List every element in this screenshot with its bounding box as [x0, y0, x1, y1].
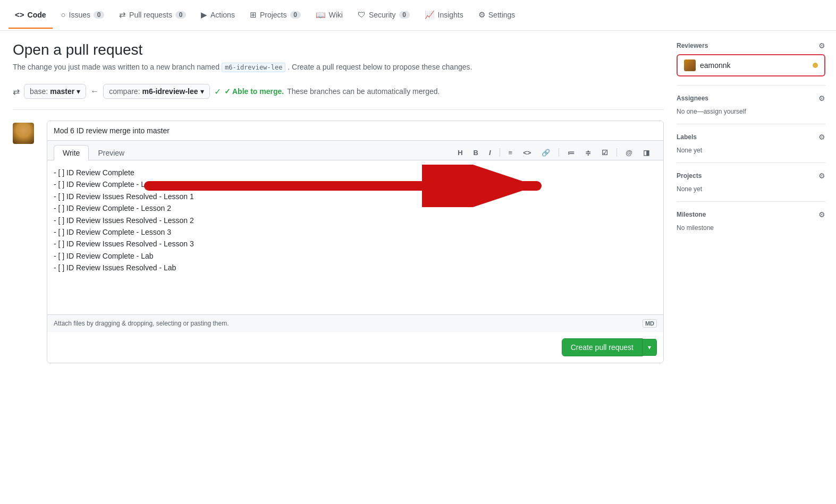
pr-editor: Write Preview H B I ≡ <> 🔗 ≔ ≑ — [47, 121, 664, 363]
labels-gear-button[interactable]: ⚙ — [818, 133, 825, 141]
pull-requests-icon: ⇄ — [119, 10, 126, 20]
assignees-value[interactable]: No one—assign yourself — [677, 108, 746, 115]
pr-badge: 0 — [175, 11, 186, 19]
nav-wiki-label: Wiki — [329, 11, 343, 19]
assignees-gear-button[interactable]: ⚙ — [818, 94, 825, 102]
branch-name-code: m6-idreview-lee — [222, 63, 285, 72]
reviewers-section: Reviewers ⚙ eamonnk — [677, 41, 825, 85]
labels-title: Labels — [677, 133, 697, 141]
page-title: Open a pull request — [13, 41, 664, 58]
create-pr-main-button[interactable]: Create pull request — [562, 338, 643, 356]
code-icon: <> — [15, 10, 24, 19]
italic-button[interactable]: I — [486, 147, 494, 159]
labels-value: None yet — [677, 147, 702, 154]
avatar-image — [13, 123, 34, 144]
editor-footer: Attach files by dragging & dropping, sel… — [47, 314, 663, 332]
sidebar: Reviewers ⚙ eamonnk Assignees ⚙ No on — [677, 41, 825, 240]
ordered-list-button[interactable]: ≑ — [582, 147, 594, 159]
projects-section: Projects ⚙ None yet — [677, 163, 825, 201]
link-button[interactable]: 🔗 — [538, 147, 553, 159]
mention-button[interactable]: @ — [622, 147, 636, 159]
nav-issues-label: Issues — [69, 11, 90, 19]
nav-actions[interactable]: ▶ Actions — [195, 2, 241, 29]
compare-bar: ⇄ base: master ▾ ← compare: m6-idreview-… — [13, 84, 664, 110]
projects-value: None yet — [677, 185, 702, 193]
projects-icon: ⊞ — [250, 10, 257, 20]
milestone-gear-button[interactable]: ⚙ — [818, 210, 825, 219]
nav-pull-requests[interactable]: ⇄ Pull requests 0 — [113, 2, 192, 29]
task-list-button[interactable]: ☑ — [598, 147, 611, 159]
nav-issues[interactable]: ○ Issues 0 — [55, 2, 111, 29]
nav-pr-label: Pull requests — [129, 11, 172, 19]
top-nav: <> Code ○ Issues 0 ⇄ Pull requests 0 ▶ A… — [0, 0, 836, 31]
preview-tab[interactable]: Preview — [89, 145, 133, 160]
projects-title: Projects — [677, 172, 702, 180]
nav-security[interactable]: 🛡 Security 0 — [351, 2, 416, 29]
reviewer-name: eamonnk — [700, 61, 731, 70]
milestone-value: No milestone — [677, 224, 714, 232]
settings-icon: ⚙ — [478, 10, 485, 20]
issues-icon: ○ — [61, 10, 66, 19]
projects-header: Projects ⚙ — [677, 172, 825, 180]
projects-badge: 0 — [290, 11, 301, 19]
assignees-section: Assignees ⚙ No one—assign yourself — [677, 85, 825, 124]
reviewer-avatar — [684, 59, 696, 71]
reviewers-title: Reviewers — [677, 42, 708, 49]
pr-title-input[interactable] — [47, 121, 663, 141]
milestone-header: Milestone ⚙ — [677, 210, 825, 219]
submit-area: Create pull request ▾ — [47, 332, 663, 363]
merge-status-text: ✓ Able to merge. — [224, 87, 284, 96]
assignees-header: Assignees ⚙ — [677, 94, 825, 102]
create-pr-dropdown-button[interactable]: ▾ — [643, 339, 657, 356]
base-dropdown-icon: ▾ — [77, 87, 80, 96]
bold-button[interactable]: B — [470, 147, 482, 159]
separator-3 — [617, 148, 617, 157]
merge-desc: These branches can be automatically merg… — [287, 87, 440, 96]
milestone-section: Milestone ⚙ No milestone — [677, 201, 825, 240]
compare-label: compare: — [109, 87, 140, 96]
base-branch-select[interactable]: base: master ▾ — [24, 84, 86, 99]
compare-branch-select[interactable]: compare: m6-idreview-lee ▾ — [103, 84, 209, 99]
nav-actions-label: Actions — [210, 11, 235, 19]
nav-code-label: Code — [28, 11, 46, 19]
nav-insights[interactable]: 📈 Insights — [418, 2, 470, 29]
editor-body[interactable]: - [ ] ID Review Complete - [ ] ID Review… — [47, 160, 663, 314]
issues-badge: 0 — [94, 11, 104, 19]
base-label: base: — [30, 87, 48, 96]
heading-button[interactable]: H — [454, 147, 466, 159]
merge-status: ✓ ✓ Able to merge. These branches can be… — [214, 87, 440, 97]
assignees-title: Assignees — [677, 95, 708, 102]
nav-settings[interactable]: ⚙ Settings — [472, 2, 522, 29]
nav-wiki[interactable]: 📖 Wiki — [309, 2, 349, 29]
write-tab[interactable]: Write — [54, 145, 89, 160]
nav-code[interactable]: <> Code — [9, 2, 53, 29]
reviewers-header: Reviewers ⚙ — [677, 41, 825, 50]
quote-button[interactable]: ≡ — [505, 147, 516, 159]
separator-2 — [559, 148, 559, 157]
reviewer-status-dot — [813, 63, 818, 68]
nav-projects[interactable]: ⊞ Projects 0 — [243, 2, 307, 29]
security-badge: 0 — [399, 11, 410, 19]
attach-hint: Attach files by dragging & dropping, sel… — [54, 320, 229, 327]
unordered-list-button[interactable]: ≔ — [564, 147, 578, 159]
wiki-icon: 📖 — [316, 10, 326, 20]
actions-icon: ▶ — [201, 10, 207, 20]
page-subtitle: The change you just made was written to … — [13, 63, 664, 71]
attach-button[interactable]: ◨ — [640, 147, 653, 159]
nav-insights-label: Insights — [438, 11, 463, 19]
nav-projects-label: Projects — [260, 11, 287, 19]
editor-toolbar: H B I ≡ <> 🔗 ≔ ≑ ☑ @ ◨ — [450, 147, 657, 159]
nav-security-label: Security — [369, 11, 396, 19]
editor-tabs: Write Preview H B I ≡ <> 🔗 ≔ ≑ — [47, 141, 663, 160]
base-value: master — [50, 87, 74, 96]
reviewer-info: eamonnk — [684, 59, 731, 71]
user-avatar — [13, 123, 34, 144]
code-button[interactable]: <> — [520, 147, 534, 159]
labels-section: Labels ⚙ None yet — [677, 124, 825, 163]
projects-gear-button[interactable]: ⚙ — [818, 172, 825, 180]
labels-header: Labels ⚙ — [677, 133, 825, 141]
reviewers-gear-button[interactable]: ⚙ — [818, 41, 825, 50]
compare-value: m6-idreview-lee — [142, 87, 198, 96]
pr-form-area: Write Preview H B I ≡ <> 🔗 ≔ ≑ — [13, 121, 664, 363]
compare-icon: ⇄ — [13, 87, 20, 97]
